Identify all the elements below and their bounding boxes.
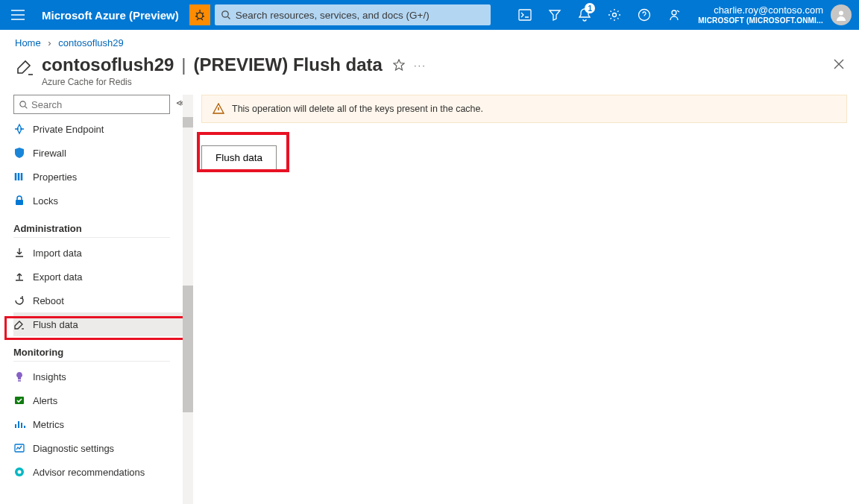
sidebar-item-advisor[interactable]: Advisor recommendations (13, 460, 183, 484)
user-email: charlie.roy@contoso.com (698, 5, 823, 16)
sidebar-item-locks[interactable]: Locks (13, 189, 183, 212)
sidebar-item-reboot[interactable]: Reboot (13, 289, 183, 312)
content-pane: This operation will delete all of the ke… (183, 95, 859, 504)
flush-icon (13, 318, 25, 330)
notification-badge: 1 (585, 3, 595, 13)
feedback-icon[interactable] (659, 0, 689, 30)
sidebar-item-metrics[interactable]: Metrics (13, 412, 183, 436)
sidebar-item-label: Private Endpoint (33, 124, 104, 135)
warning-text: This operation will delete all of the ke… (232, 104, 483, 114)
svg-rect-2 (519, 10, 531, 20)
sidebar: ≪ Private Endpoint Firewall Properties L… (0, 95, 183, 504)
hamburger-menu-icon[interactable] (0, 0, 36, 30)
sidebar-item-properties[interactable]: Properties (13, 165, 183, 189)
body: ≪ Private Endpoint Firewall Properties L… (0, 95, 859, 504)
download-icon (13, 247, 25, 259)
more-ellipsis-icon[interactable]: ··· (414, 60, 427, 71)
sidebar-item-insights[interactable]: Insights (13, 365, 183, 388)
directory-filter-icon[interactable] (540, 0, 570, 30)
warning-bar: This operation will delete all of the ke… (201, 95, 847, 123)
flush-data-button[interactable]: Flush data (201, 145, 277, 170)
cloud-shell-icon[interactable] (510, 0, 540, 30)
endpoint-icon (13, 123, 25, 135)
sidebar-search[interactable] (13, 95, 170, 114)
reboot-icon (13, 294, 25, 306)
breadcrumb: Home › contosoflush29 (0, 30, 859, 53)
svg-point-1 (221, 11, 227, 17)
flush-resource-icon (15, 57, 36, 78)
avatar[interactable] (831, 4, 852, 25)
close-icon[interactable] (834, 59, 844, 69)
sidebar-group-administration: Administration (13, 223, 170, 238)
svg-point-0 (197, 13, 203, 19)
shield-icon (13, 147, 25, 159)
svg-rect-8 (16, 200, 23, 205)
settings-gear-icon[interactable] (600, 0, 629, 30)
sidebar-item-flush-data[interactable]: Flush data (13, 312, 183, 336)
svg-point-6 (839, 11, 843, 16)
upload-icon (13, 271, 25, 283)
search-icon (19, 100, 28, 110)
bulb-icon (13, 371, 25, 382)
sidebar-item-firewall[interactable]: Firewall (13, 141, 183, 165)
sidebar-item-label: Alerts (33, 395, 57, 406)
help-icon[interactable] (629, 0, 659, 30)
preview-bug-icon[interactable] (189, 4, 210, 25)
alerts-icon (13, 394, 25, 406)
pin-star-icon[interactable] (393, 59, 405, 71)
sidebar-item-diagnostic-settings[interactable]: Diagnostic settings (13, 436, 183, 460)
warning-icon (213, 103, 224, 115)
notifications-icon[interactable]: 1 (570, 0, 600, 30)
sidebar-item-label: Flush data (33, 319, 78, 330)
sidebar-item-private-endpoint[interactable]: Private Endpoint (13, 117, 183, 141)
global-search-input[interactable] (236, 10, 485, 21)
page-title-bar: contosoflush29 | (PREVIEW) Flush data Az… (0, 53, 859, 95)
breadcrumb-resource[interactable]: contosoflush29 (58, 37, 123, 48)
svg-point-3 (613, 13, 617, 17)
resource-type-subtitle: Azure Cache for Redis (42, 77, 383, 87)
sidebar-item-alerts[interactable]: Alerts (13, 388, 183, 412)
user-block[interactable]: charlie.roy@contoso.com MICROSOFT (MICRO… (689, 5, 826, 25)
svg-point-5 (672, 10, 676, 15)
sidebar-item-label: Reboot (33, 295, 64, 306)
sidebar-item-label: Firewall (33, 148, 66, 159)
breadcrumb-home[interactable]: Home (15, 37, 41, 48)
sidebar-item-label: Insights (33, 371, 66, 382)
page-title: (PREVIEW) Flush data (194, 54, 383, 75)
resource-name: contosoflush29 (42, 54, 174, 75)
sidebar-group-monitoring: Monitoring (13, 347, 170, 362)
sidebar-item-label: Locks (33, 195, 58, 207)
diagnostic-icon (13, 442, 25, 454)
svg-point-7 (20, 101, 25, 106)
brand-label: Microsoft Azure (Preview) (36, 9, 189, 22)
svg-rect-9 (18, 380, 21, 382)
user-directory: MICROSOFT (MICROSOFT.ONMI... (698, 16, 823, 25)
title-separator: | (181, 54, 186, 75)
sidebar-item-label: Diagnostic settings (33, 443, 114, 454)
svg-point-13 (18, 470, 22, 474)
lock-icon (13, 195, 25, 207)
top-icons: 1 (510, 0, 689, 30)
sidebar-search-input[interactable] (31, 99, 165, 110)
global-search[interactable] (215, 4, 491, 25)
top-bar: Microsoft Azure (Preview) 1 charlie.r (0, 0, 859, 30)
sidebar-item-label: Properties (33, 171, 77, 183)
metrics-icon (13, 418, 25, 430)
search-icon (221, 10, 231, 20)
advisor-icon (13, 466, 25, 478)
chevron-right-icon: › (48, 37, 51, 48)
sidebar-item-export-data[interactable]: Export data (13, 265, 183, 289)
sidebar-item-label: Import data (33, 248, 82, 259)
properties-icon (13, 171, 25, 183)
sidebar-item-label: Export data (33, 271, 83, 283)
sidebar-item-import-data[interactable]: Import data (13, 241, 183, 265)
sidebar-item-label: Advisor recommendations (33, 467, 145, 478)
sidebar-item-label: Metrics (33, 419, 64, 430)
